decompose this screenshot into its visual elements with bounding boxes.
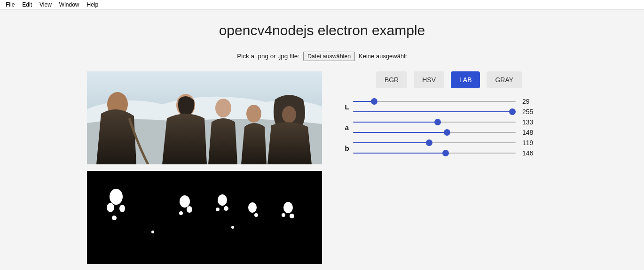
- svg-point-20: [283, 202, 293, 213]
- svg-point-24: [231, 226, 234, 229]
- svg-point-10: [119, 205, 125, 212]
- mode-bgr-button[interactable]: BGR: [376, 71, 407, 88]
- image-column: [87, 71, 322, 264]
- svg-point-4: [215, 99, 231, 117]
- channel-b-label: b: [341, 144, 353, 152]
- slider-b-lo[interactable]: [353, 142, 516, 143]
- file-picker-label: Pick a .png or .jpg file:: [237, 53, 299, 60]
- slider-l-lo-value: 29: [522, 98, 539, 105]
- svg-point-21: [290, 214, 294, 218]
- svg-point-13: [187, 206, 192, 213]
- slider-l-lo[interactable]: [353, 101, 516, 102]
- source-image: [87, 71, 322, 164]
- file-choose-button[interactable]: Datei auswählen: [303, 52, 355, 61]
- slider-a-lo[interactable]: [353, 122, 516, 123]
- mode-gray-button[interactable]: GRAY: [487, 71, 522, 88]
- svg-point-16: [224, 206, 228, 211]
- menu-help[interactable]: Help: [83, 0, 102, 9]
- slider-b-lo-value: 119: [522, 139, 539, 147]
- svg-point-6: [282, 106, 296, 123]
- channel-a-row: a 133 148: [341, 118, 557, 136]
- svg-point-15: [218, 194, 227, 206]
- file-picker-status: Keine ausgewählt: [359, 53, 407, 60]
- channel-b-row: b 119 146: [341, 139, 557, 157]
- page-title: opencv4nodejs electron example: [0, 23, 644, 39]
- file-picker-row: Pick a .png or .jpg file: Datei auswähle…: [0, 52, 644, 61]
- controls-panel: BGR HSV LAB GRAY L 29 255: [341, 71, 557, 264]
- mode-hsv-button[interactable]: HSV: [414, 71, 444, 88]
- svg-point-18: [248, 202, 257, 213]
- svg-point-8: [110, 189, 123, 205]
- svg-point-5: [246, 105, 261, 123]
- svg-point-17: [216, 208, 220, 211]
- slider-l-hi-value: 255: [522, 108, 539, 116]
- slider-a-hi-value: 148: [522, 129, 539, 136]
- svg-point-22: [282, 213, 285, 217]
- menu-file[interactable]: File: [2, 0, 18, 9]
- slider-a-hi[interactable]: [353, 132, 516, 133]
- channel-a-label: a: [341, 123, 353, 131]
- svg-point-9: [107, 203, 114, 212]
- channel-l-label: L: [341, 103, 353, 111]
- slider-a-lo-value: 133: [522, 118, 539, 126]
- svg-point-23: [151, 231, 154, 233]
- sliders: L 29 255 a 133: [341, 98, 557, 157]
- svg-point-12: [180, 195, 190, 208]
- mask-image: [87, 171, 322, 264]
- svg-point-19: [254, 213, 258, 217]
- svg-point-14: [179, 211, 183, 215]
- slider-b-hi-value: 146: [522, 149, 539, 157]
- slider-b-hi[interactable]: [353, 153, 516, 154]
- menu-window[interactable]: Window: [55, 0, 83, 9]
- channel-l-row: L 29 255: [341, 98, 557, 116]
- menu-view[interactable]: View: [36, 0, 55, 9]
- svg-rect-7: [87, 171, 322, 264]
- colorspace-buttons: BGR HSV LAB GRAY: [341, 71, 557, 88]
- mode-lab-button[interactable]: LAB: [451, 71, 480, 88]
- menu-edit[interactable]: Edit: [18, 0, 36, 9]
- svg-point-11: [112, 216, 117, 220]
- menubar: File Edit View Window Help: [0, 0, 644, 9]
- slider-l-hi[interactable]: [353, 111, 516, 112]
